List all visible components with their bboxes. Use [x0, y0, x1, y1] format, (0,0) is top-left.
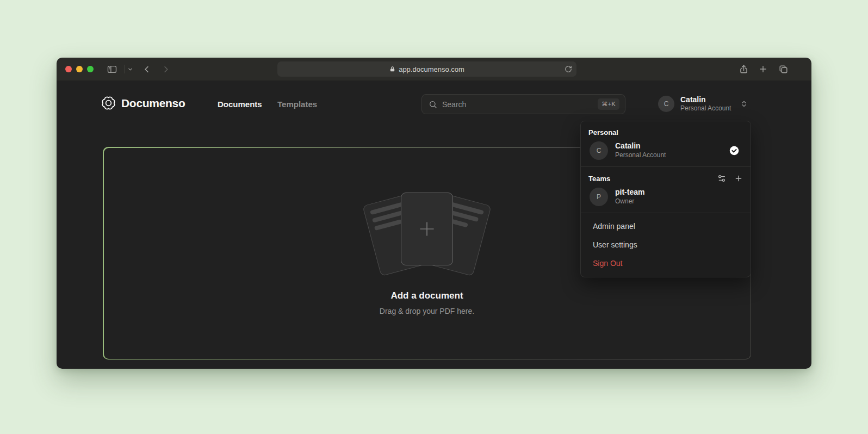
- sidebar-toggle-button[interactable]: [107, 64, 117, 75]
- plus-icon: [758, 64, 768, 74]
- manage-teams-button[interactable]: [717, 174, 726, 183]
- menu-account-name: Catalin: [615, 141, 666, 151]
- search-input[interactable]: Search ⌘+K: [421, 94, 625, 114]
- address-bar[interactable]: app.documenso.com: [277, 61, 576, 77]
- team-name: pit-team: [615, 188, 644, 197]
- tab-overview-button[interactable]: [778, 64, 789, 75]
- menu-heading-personal: Personal: [588, 128, 743, 137]
- nav-link-templates[interactable]: Templates: [277, 100, 317, 109]
- menu-account-subtitle: Personal Account: [615, 151, 666, 160]
- chevron-left-icon: [141, 64, 152, 75]
- chevron-down-icon: [127, 66, 133, 72]
- dropzone-subtitle: Drag & drop your PDF here.: [380, 307, 474, 315]
- menu-item-user-settings[interactable]: User settings: [581, 235, 751, 254]
- menu-item-personal-account[interactable]: C Catalin Personal Account: [588, 137, 743, 161]
- menu-item-team[interactable]: P pit-team Owner: [588, 183, 743, 207]
- toolbar-divider: [125, 65, 125, 73]
- account-name: Catalin: [680, 95, 731, 104]
- menu-heading-teams: Teams: [588, 175, 610, 183]
- search-icon: [429, 100, 437, 109]
- avatar: C: [658, 96, 674, 112]
- search-shortcut-badge: ⌘+K: [598, 98, 619, 110]
- share-button[interactable]: [738, 64, 749, 75]
- chevron-right-icon: [161, 64, 171, 75]
- app-page: Documenso Documents Templates Search ⌘+K…: [57, 80, 811, 369]
- forward-button[interactable]: [160, 64, 171, 75]
- url-text: app.documenso.com: [399, 65, 464, 73]
- tabs-icon: [778, 64, 789, 75]
- documenso-logo-icon: [101, 96, 116, 110]
- team-role: Owner: [615, 197, 644, 206]
- sliders-icon: [717, 174, 726, 183]
- nav-link-documents[interactable]: Documents: [218, 100, 262, 109]
- new-tab-button[interactable]: [758, 64, 768, 75]
- browser-toolbar: app.documenso.com: [57, 58, 811, 80]
- window-close-button[interactable]: [65, 66, 72, 72]
- sidebar-menu-chevron-button[interactable]: [126, 64, 134, 75]
- create-team-button[interactable]: [734, 174, 743, 183]
- window-minimize-button[interactable]: [76, 66, 83, 72]
- avatar: C: [590, 141, 608, 160]
- lock-icon: [389, 66, 395, 72]
- menu-item-sign-out[interactable]: Sign Out: [581, 254, 751, 272]
- menu-item-admin-panel[interactable]: Admin panel: [581, 217, 751, 235]
- search-placeholder: Search: [442, 100, 593, 109]
- reload-button[interactable]: [565, 65, 572, 73]
- dropzone-title: Add a document: [390, 290, 463, 301]
- document-stack-illustration: [359, 191, 495, 273]
- reload-icon: [565, 65, 572, 73]
- selected-check-icon: [729, 146, 739, 156]
- sidebar-icon: [107, 64, 117, 75]
- add-plus-icon: [417, 219, 437, 239]
- chevrons-up-down-icon: [740, 100, 748, 108]
- plus-icon: [734, 174, 743, 183]
- brand-name: Documenso: [121, 97, 185, 110]
- account-menu-trigger[interactable]: C Catalin Personal Account: [658, 95, 748, 113]
- share-icon: [739, 64, 749, 75]
- brand-logo[interactable]: Documenso: [101, 96, 185, 110]
- window-zoom-button[interactable]: [87, 66, 94, 72]
- back-button[interactable]: [141, 64, 152, 75]
- document-card-center: [401, 193, 453, 265]
- avatar: P: [590, 188, 608, 206]
- account-subtitle: Personal Account: [680, 104, 731, 113]
- account-menu: Personal C Catalin Personal Account: [580, 121, 751, 277]
- browser-window: app.documenso.com: [57, 58, 811, 369]
